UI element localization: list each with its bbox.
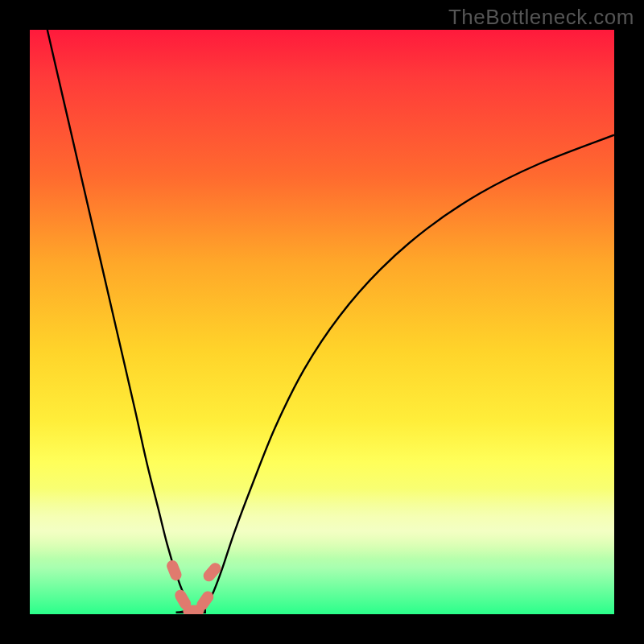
pale-yellow-band: [30, 489, 614, 559]
chart-container: TheBottleneck.com: [0, 0, 644, 644]
watermark-text: TheBottleneck.com: [448, 5, 634, 30]
plot-background: [30, 30, 614, 614]
